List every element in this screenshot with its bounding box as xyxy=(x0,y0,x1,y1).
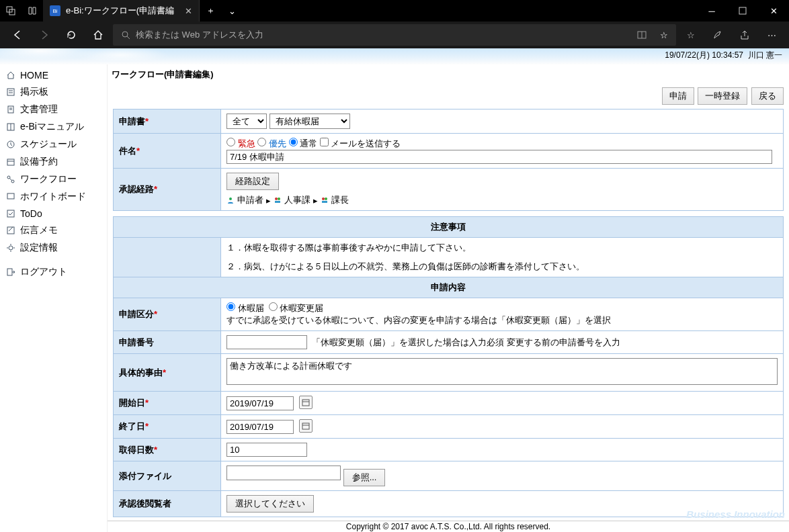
sidebar-item-manual[interactable]: e-Biマニュアル xyxy=(0,118,107,136)
close-tab-icon[interactable]: ✕ xyxy=(185,6,192,16)
sidebar-label: ホワイトボード xyxy=(20,191,86,203)
page-title: ワークフロー(申請書編集) xyxy=(108,64,789,87)
status-datetime: 19/07/22(月) 10:34:57 xyxy=(665,50,743,60)
sidebar-label: 文書管理 xyxy=(20,103,58,116)
favorite-icon[interactable]: ☆ xyxy=(660,30,668,40)
label-reason: 具体的事由* xyxy=(114,354,221,392)
sidebar-item-workflow[interactable]: ワークフロー xyxy=(0,171,107,188)
omnibox-placeholder: 検索または Web アドレスを入力 xyxy=(136,29,263,41)
send-mail-check[interactable]: メールを送信する xyxy=(320,138,401,148)
calendar-icon[interactable] xyxy=(299,396,313,409)
chevron-right-icon: ▸ xyxy=(266,195,271,206)
page-content: ワークフロー(申請書編集) 申請 一時登録 戻る 申請書* 全て 有給休暇届 件… xyxy=(108,64,789,532)
svg-rect-16 xyxy=(7,159,14,165)
favorites-hub-icon[interactable]: ☆ xyxy=(679,23,703,47)
label-document: 申請書* xyxy=(114,109,221,134)
set-aside-icon[interactable] xyxy=(22,0,43,21)
svg-point-30 xyxy=(322,197,325,200)
back-button[interactable]: 戻る xyxy=(751,87,784,105)
share-icon[interactable] xyxy=(733,23,757,47)
sidebar-label: 設定情報 xyxy=(20,242,58,254)
notice-line1: １．休暇を取得する際は事前事後すみやかに申請して下さい。 xyxy=(226,242,778,254)
svg-rect-22 xyxy=(7,210,14,217)
svg-point-31 xyxy=(325,197,327,200)
sidebar-label: 掲示板 xyxy=(20,86,48,98)
sidebar-label: ToDo xyxy=(20,208,42,219)
svg-point-28 xyxy=(278,197,280,200)
category-change[interactable]: 休暇変更届 xyxy=(269,303,324,313)
svg-point-27 xyxy=(275,197,278,200)
select-viewers-button[interactable]: 選択してください xyxy=(226,495,314,513)
notes-icon[interactable] xyxy=(706,23,730,47)
end-date-input[interactable] xyxy=(226,420,294,434)
maximize-icon[interactable] xyxy=(727,0,758,21)
subject-input[interactable] xyxy=(226,150,772,164)
attach-path xyxy=(226,466,341,480)
document-scope-select[interactable]: 全て xyxy=(226,114,267,129)
label-route: 承認経路* xyxy=(114,169,221,211)
route-config-button[interactable]: 経路設定 xyxy=(226,173,279,190)
forward-icon xyxy=(32,23,56,47)
app-no-input[interactable] xyxy=(226,335,307,349)
label-attach: 添付ファイル xyxy=(114,461,221,491)
svg-rect-33 xyxy=(302,400,309,406)
browser-tab[interactable]: Bi e-Bi:ワークフロー(申請書編 ✕ xyxy=(43,0,200,21)
svg-line-4 xyxy=(127,36,130,39)
sidebar-item-logout[interactable]: ログアウト xyxy=(0,263,107,281)
minimize-icon[interactable]: ─ xyxy=(696,0,727,21)
route-chief: 課長 xyxy=(331,194,349,206)
reading-view-icon[interactable] xyxy=(637,30,647,40)
more-icon[interactable]: ⋯ xyxy=(759,23,784,47)
home-icon[interactable] xyxy=(86,23,110,47)
sidebar-item-docs[interactable]: 文書管理 xyxy=(0,101,107,118)
new-tab-icon[interactable]: ＋ xyxy=(200,5,221,17)
group-icon xyxy=(274,196,282,204)
category-leave[interactable]: 休暇届 xyxy=(226,303,264,313)
sidebar-item-todo[interactable]: ToDo xyxy=(0,206,107,222)
reason-input[interactable]: 働き方改革による計画休暇です xyxy=(226,358,778,385)
calendar-icon[interactable] xyxy=(299,419,313,433)
sidebar-item-whiteboard[interactable]: ホワイトボード xyxy=(0,188,107,206)
priority-normal[interactable]: 通常 xyxy=(289,138,318,148)
label-app-no: 申請番号 xyxy=(114,331,221,354)
sidebar-label: HOME xyxy=(20,70,48,81)
priority-high[interactable]: 優先 xyxy=(257,138,286,148)
svg-point-26 xyxy=(229,197,232,200)
apply-button[interactable]: 申請 xyxy=(662,87,694,105)
sidebar-label: 設備予約 xyxy=(20,156,58,168)
label-end: 終了日* xyxy=(114,415,221,439)
sidebar-item-memo[interactable]: 伝言メモ xyxy=(0,222,107,239)
sidebar-item-board[interactable]: 掲示板 xyxy=(0,83,107,101)
sidebar-item-schedule[interactable]: スケジュール xyxy=(0,136,107,153)
omnibox[interactable]: 検索または Web アドレスを入力 ☆ xyxy=(113,24,676,46)
close-window-icon[interactable]: ✕ xyxy=(758,0,789,21)
priority-urgent[interactable]: 緊急 xyxy=(226,138,255,148)
days-input[interactable] xyxy=(226,443,307,457)
person-icon xyxy=(226,196,235,204)
tab-chevron-icon[interactable]: ⌄ xyxy=(221,6,243,16)
tabs-overview-icon[interactable] xyxy=(0,0,22,21)
sidebar-label: スケジュール xyxy=(20,138,77,150)
document-type-select[interactable]: 有給休暇届 xyxy=(269,114,350,129)
banner: 19/07/22(月) 10:34:57 川口 憲一 xyxy=(0,48,789,64)
browse-button[interactable]: 参照... xyxy=(343,469,386,486)
group-icon xyxy=(321,196,329,204)
copyright: Copyright © 2017 avoc A.T.S. Co.,Ltd. Al… xyxy=(108,521,789,532)
sidebar-label: ログアウト xyxy=(20,266,67,278)
svg-rect-2 xyxy=(739,7,746,14)
svg-rect-25 xyxy=(7,269,12,275)
section-content: 申請内容 xyxy=(114,277,784,298)
sidebar-item-settings[interactable]: 設定情報 xyxy=(0,239,107,257)
start-date-input[interactable] xyxy=(226,396,294,410)
label-days: 取得日数* xyxy=(114,439,221,461)
sidebar-label: e-Biマニュアル xyxy=(20,121,84,133)
back-icon[interactable] xyxy=(5,23,30,47)
label-subject: 件名* xyxy=(114,134,221,169)
sidebar-item-home[interactable]: HOME xyxy=(0,67,107,83)
route-applicant: 申請者 xyxy=(237,194,263,206)
notice-line2: ２．病気、けがによる５日以上の不就労、業務上の負傷は医師の診断書を添付して下さい… xyxy=(226,261,778,273)
sidebar-item-facility[interactable]: 設備予約 xyxy=(0,153,107,171)
refresh-icon[interactable] xyxy=(59,23,83,47)
temp-save-button[interactable]: 一時登録 xyxy=(698,87,747,105)
sidebar-label: 伝言メモ xyxy=(20,224,58,236)
